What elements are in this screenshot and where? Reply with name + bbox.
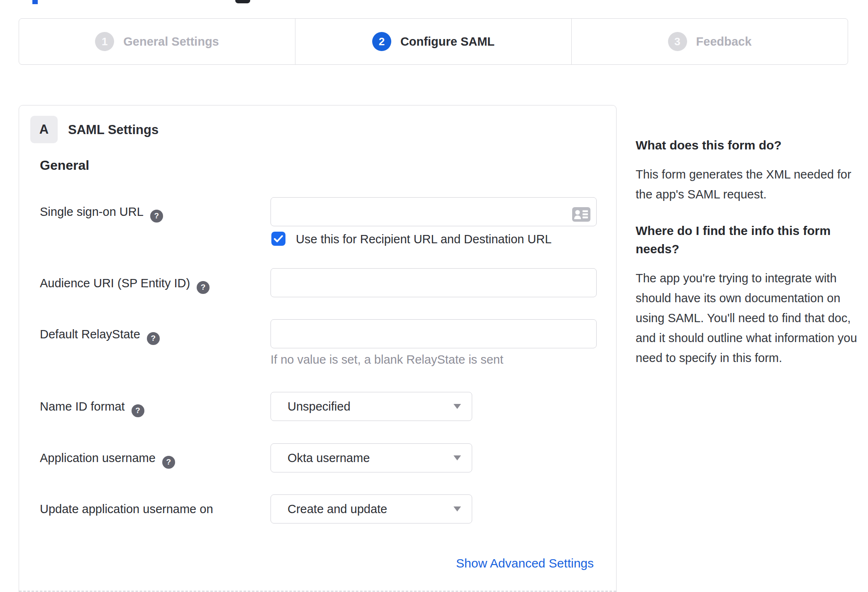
checkmark-icon xyxy=(274,235,283,242)
sso-help-icon[interactable]: ? xyxy=(150,210,163,223)
audience-uri-input[interactable] xyxy=(271,268,597,297)
cutoff-dark-fragment xyxy=(235,0,250,3)
section-a-badge: A xyxy=(30,116,58,143)
recipient-url-checkbox-label: Use this for Recipient URL and Destinati… xyxy=(296,232,551,246)
step-2-label: Configure SAML xyxy=(400,35,495,49)
help-sidebar: What does this form do? This form genera… xyxy=(636,136,860,385)
step-3-number-badge: 3 xyxy=(668,32,687,51)
audience-help-icon[interactable]: ? xyxy=(197,281,210,294)
sidebar-body-where: The app you're trying to integrate with … xyxy=(636,268,860,368)
sidebar-heading-what: What does this form do? xyxy=(636,136,860,154)
sso-url-input[interactable] xyxy=(271,197,597,226)
app-username-select[interactable]: Okta username xyxy=(271,443,472,472)
saml-settings-panel: A SAML Settings General Single sign-on U… xyxy=(19,105,617,592)
step-1-number-badge: 1 xyxy=(95,32,114,51)
audience-uri-label: Audience URI (SP Entity ID)? xyxy=(40,276,210,294)
step-3-label: Feedback xyxy=(696,35,752,49)
app-username-help-icon[interactable]: ? xyxy=(162,456,175,469)
general-section-heading: General xyxy=(40,158,89,173)
app-username-value: Okta username xyxy=(288,451,370,465)
update-username-value: Create and update xyxy=(288,502,387,516)
recipient-url-checkbox[interactable] xyxy=(271,232,285,246)
step-2-number-badge: 2 xyxy=(372,32,391,51)
update-username-label: Update application username on xyxy=(40,502,213,516)
step-1-label: General Settings xyxy=(123,35,219,49)
chevron-down-icon xyxy=(454,404,461,409)
name-id-format-select[interactable]: Unspecified xyxy=(271,392,472,421)
chevron-down-icon xyxy=(454,455,461,460)
step-feedback[interactable]: 3 Feedback xyxy=(571,19,848,64)
wizard-stepper: 1 General Settings 2 Configure SAML 3 Fe… xyxy=(19,18,848,65)
name-id-help-icon[interactable]: ? xyxy=(132,404,144,417)
name-id-format-value: Unspecified xyxy=(288,400,351,413)
chevron-down-icon xyxy=(454,506,461,511)
name-id-format-label: Name ID format? xyxy=(40,400,144,417)
sso-url-label: Single sign-on URL? xyxy=(40,205,163,223)
show-advanced-settings-link[interactable]: Show Advanced Settings xyxy=(456,556,594,570)
contact-card-autofill-icon[interactable] xyxy=(572,207,590,223)
relaystate-hint: If no value is set, a blank RelayState i… xyxy=(271,353,503,367)
panel-dashed-divider xyxy=(19,591,616,592)
relaystate-label: Default RelayState? xyxy=(40,328,160,345)
app-username-label: Application username? xyxy=(40,451,175,469)
panel-title: SAML Settings xyxy=(68,122,158,137)
sidebar-heading-where: Where do I find the info this form needs… xyxy=(636,222,860,258)
relaystate-input[interactable] xyxy=(271,319,597,348)
step-configure-saml[interactable]: 2 Configure SAML xyxy=(295,19,571,64)
cutoff-blue-logo-fragment xyxy=(32,0,38,4)
configure-saml-page: 1 General Settings 2 Configure SAML 3 Fe… xyxy=(0,0,868,592)
sidebar-body-what: This form generates the XML needed for t… xyxy=(636,164,860,204)
step-general-settings[interactable]: 1 General Settings xyxy=(19,19,295,64)
update-username-select[interactable]: Create and update xyxy=(271,494,472,524)
relaystate-help-icon[interactable]: ? xyxy=(147,332,160,345)
